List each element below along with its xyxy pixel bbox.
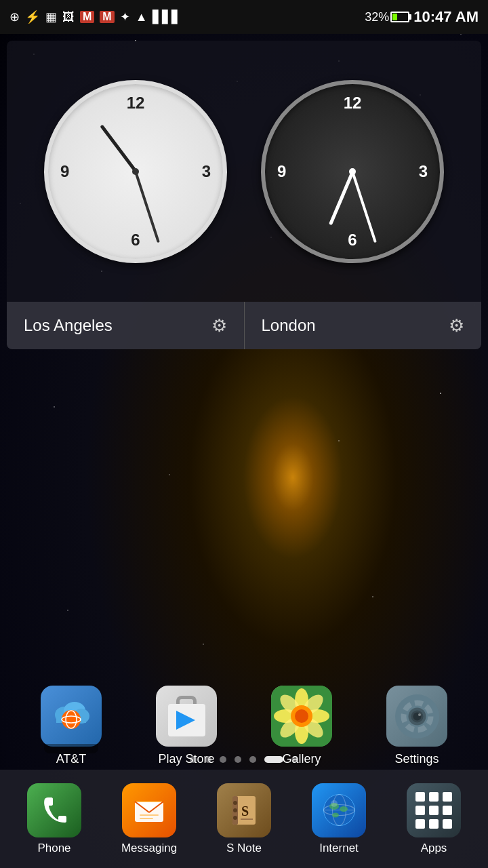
status-right-icons: 32% 10:47 AM (365, 8, 479, 26)
hour-hand-white (100, 124, 137, 172)
settings-icon (386, 686, 447, 747)
page-dot-2[interactable] (205, 756, 211, 763)
app-playstore[interactable]: Play Store (142, 686, 230, 766)
clock-num-12-white: 12 (127, 94, 145, 113)
apps-label: Apps (421, 842, 447, 855)
battery-fill (392, 14, 397, 20)
center-dot-dark (349, 168, 356, 175)
apps-grid-dot-5 (429, 806, 439, 815)
play-logo (168, 704, 205, 736)
svg-point-37 (233, 816, 237, 820)
clocks-row: 12 3 6 9 12 3 6 9 (7, 41, 481, 302)
status-time: 10:47 AM (413, 8, 479, 26)
settings-svg (395, 694, 439, 738)
london-gear-icon[interactable]: ⚙ (449, 315, 464, 336)
phone-icon (27, 783, 81, 837)
dock-phone[interactable]: Phone (14, 783, 95, 855)
sd-icon: ▦ (45, 11, 57, 23)
la-gear-icon[interactable]: ⚙ (211, 315, 227, 336)
gallery-icon (271, 686, 332, 747)
hour-hand-dark (328, 171, 354, 225)
city-la-label: Los Angeles (24, 316, 113, 335)
gmail2-icon: M (100, 11, 114, 23)
svg-point-46 (340, 806, 348, 812)
apps-grid-dot-4 (415, 806, 425, 815)
home-apps-row: AT&T Play Store (0, 686, 488, 766)
svg-point-20 (295, 709, 308, 723)
page-indicators (0, 756, 488, 763)
clock-num-6-dark: 6 (348, 231, 357, 250)
messaging-svg (132, 793, 166, 827)
phone-svg (39, 795, 70, 825)
battery-container: 32% (365, 11, 409, 23)
add-icon: ⊕ (9, 11, 20, 23)
messaging-icon (122, 783, 176, 837)
clock-num-9-white: 9 (60, 162, 69, 181)
apps-grid-dot-1 (415, 792, 425, 802)
internet-icon (312, 783, 366, 837)
dock-snote[interactable]: S S Note (203, 783, 285, 855)
app-att[interactable]: AT&T (27, 686, 115, 766)
svg-point-36 (233, 808, 237, 812)
internet-label: Internet (319, 842, 359, 855)
bottom-dock: Phone Messaging (0, 770, 488, 868)
internet-svg (321, 791, 358, 829)
clock-num-12-dark: 12 (344, 94, 362, 113)
dock-internet[interactable]: Internet (298, 783, 380, 855)
signal-icon: ▋▋▋ (152, 11, 181, 23)
page-dot-4[interactable] (235, 756, 241, 763)
apps-grid-dot-7 (415, 819, 425, 829)
att-stand (44, 744, 98, 753)
att-icon (41, 686, 102, 747)
phone-label: Phone (37, 842, 70, 855)
playstore-bag (168, 696, 205, 736)
snote-icon: S (217, 783, 271, 837)
att-svg (51, 696, 92, 736)
city-london-label: London (262, 316, 316, 335)
bag-body (168, 704, 205, 736)
clock-num-6-white: 6 (131, 231, 140, 250)
battery-icon (390, 12, 409, 22)
flower-svg (271, 686, 332, 747)
dock-messaging[interactable]: Messaging (108, 783, 190, 855)
svg-text:S: S (241, 804, 249, 818)
clock-num-9-dark: 9 (277, 162, 286, 181)
clock-london[interactable]: 12 3 6 9 (261, 80, 444, 263)
clock-num-3-dark: 3 (419, 162, 428, 181)
battery-percent: 32% (365, 11, 389, 23)
apps-grid-dot-2 (429, 792, 439, 802)
status-left-icons: ⊕ ⚡ ▦ 🖼 M M ✦ ▲ ▋▋▋ (9, 11, 181, 23)
usb-icon: ⚡ (25, 11, 40, 23)
apps-grid-dot-3 (443, 792, 452, 802)
clock-num-3-white: 3 (202, 162, 211, 181)
wifi-icon: ▲ (136, 11, 148, 23)
dock-apps[interactable]: Apps (393, 783, 474, 855)
app-gallery[interactable]: Gallery (258, 686, 346, 766)
clock-los-angeles[interactable]: 12 3 6 9 (44, 80, 227, 263)
center-dot-white (132, 168, 139, 175)
svg-point-35 (233, 801, 237, 805)
apps-icon (407, 783, 461, 837)
city-row: Los Angeles ⚙ London ⚙ (7, 302, 481, 349)
city-los-angeles[interactable]: Los Angeles ⚙ (7, 302, 245, 349)
bluetooth-icon: ✦ (120, 11, 130, 23)
svg-point-26 (418, 713, 421, 716)
svg-point-4 (62, 710, 81, 729)
apps-grid-dot-6 (443, 806, 452, 815)
page-dot-7[interactable] (291, 756, 298, 763)
apps-grid (407, 784, 460, 837)
svg-marker-7 (176, 711, 195, 730)
city-london[interactable]: London ⚙ (245, 302, 482, 349)
image-icon: 🖼 (62, 11, 75, 23)
page-dot-1[interactable] (190, 756, 197, 763)
svg-point-48 (331, 800, 338, 807)
app-settings[interactable]: Settings (373, 686, 461, 766)
playstore-icon (156, 686, 217, 747)
snote-svg: S (227, 793, 261, 827)
messaging-label: Messaging (121, 842, 177, 855)
status-bar: ⊕ ⚡ ▦ 🖼 M M ✦ ▲ ▋▋▋ 32% 10:47 AM (0, 0, 488, 34)
page-dot-5[interactable] (249, 756, 256, 763)
svg-point-47 (332, 813, 339, 818)
page-dot-6[interactable] (264, 756, 283, 763)
page-dot-3[interactable] (220, 756, 226, 763)
